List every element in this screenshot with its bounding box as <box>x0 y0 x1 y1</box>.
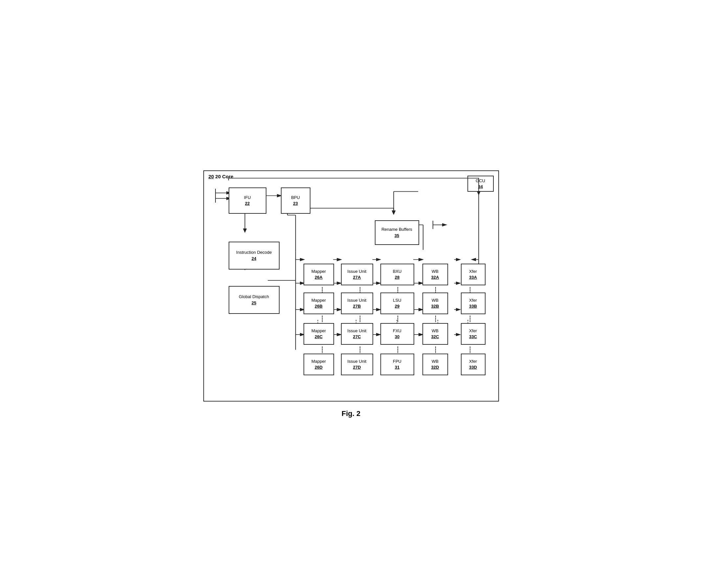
fpu-31: FPU 31 <box>380 353 414 375</box>
fig-caption: Fig. 2 <box>342 409 360 418</box>
instruction-decode-label: Instruction Decode <box>236 250 272 256</box>
bpu-box: BPU 23 <box>281 187 311 214</box>
xfer-33d: Xfer 33D <box>461 353 485 375</box>
lsu-29: LSU 29 <box>380 293 414 314</box>
global-dispatch-label: Global Dispatch <box>239 294 269 300</box>
issue-unit-27a: Issue Unit 27A <box>341 264 373 285</box>
global-dispatch-box: Global Dispatch 25 <box>229 286 279 314</box>
issue-unit-27c: Issue Unit 27C <box>341 323 373 345</box>
ifu-num: 22 <box>245 201 250 206</box>
issue-unit-27d: Issue Unit 27D <box>341 353 373 375</box>
ifu-box: IFU 22 <box>229 187 266 214</box>
rename-num: 35 <box>394 233 399 238</box>
wb-32d: WB 32D <box>423 353 448 375</box>
instruction-decode-num: 24 <box>252 256 256 261</box>
wb-32b: WB 32B <box>423 293 448 314</box>
diagram-outer: 20 20 Core GCU 34 <box>203 170 499 402</box>
xfer-33c: Xfer 33C <box>461 323 485 345</box>
instruction-decode-box: Instruction Decode 24 <box>229 242 279 270</box>
dashed-row-cd <box>304 346 486 353</box>
dashed-row-bc <box>304 315 486 322</box>
global-dispatch-num: 25 <box>252 300 256 305</box>
mapper-26c: Mapper 26C <box>304 323 334 345</box>
ifu-label: IFU <box>244 195 251 200</box>
bpu-num: 23 <box>293 201 298 206</box>
rename-label: Rename Buffers <box>381 227 412 233</box>
fxu-30: FXU 30 <box>380 323 414 345</box>
wb-32c: WB 32C <box>423 323 448 345</box>
xfer-33b: Xfer 33B <box>461 293 485 314</box>
issue-unit-27b: Issue Unit 27B <box>341 293 373 314</box>
bpu-label: BPU <box>291 195 300 200</box>
mapper-26d: Mapper 26D <box>304 353 334 375</box>
content-area: IFU 22 BPU 23 Rename Buffers 35 Instruct… <box>211 178 492 394</box>
xfer-33a: Xfer 33A <box>461 264 485 285</box>
wb-32a: WB 32A <box>423 264 448 285</box>
page-container: 20 20 Core GCU 34 <box>203 170 499 418</box>
bxu-28: BXU 28 <box>380 264 414 285</box>
mapper-26a: Mapper 26A <box>304 264 334 285</box>
rename-box: Rename Buffers 35 <box>375 220 419 245</box>
blocks-container: IFU 22 BPU 23 Rename Buffers 35 Instruct… <box>211 178 492 394</box>
mapper-26b: Mapper 26B <box>304 293 334 314</box>
